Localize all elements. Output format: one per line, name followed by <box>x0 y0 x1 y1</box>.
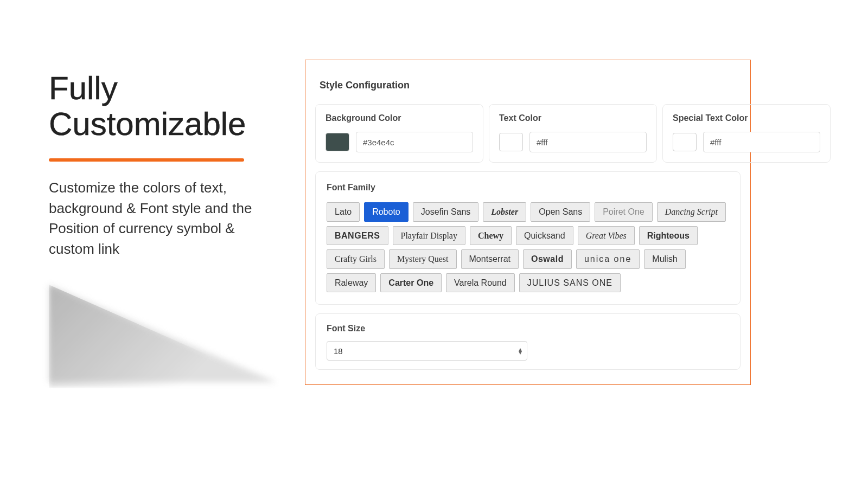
font-option-unica-one[interactable]: unica one <box>576 249 640 269</box>
font-option-mystery-quest[interactable]: Mystery Quest <box>389 249 457 269</box>
font-option-roboto[interactable]: Roboto <box>364 202 409 222</box>
font-family-options: LatoRobotoJosefin SansLobsterOpen SansPo… <box>327 202 729 292</box>
font-option-carter-one[interactable]: Carter One <box>380 273 442 293</box>
color-cards-row: Background Color Text Color Special Text… <box>315 104 741 163</box>
font-option-dancing-script[interactable]: Dancing Script <box>657 202 726 222</box>
background-color-card: Background Color <box>315 104 483 163</box>
font-size-label: Font Size <box>327 324 729 333</box>
font-option-lato[interactable]: Lato <box>327 202 360 222</box>
font-family-card: Font Family LatoRobotoJosefin SansLobste… <box>315 171 741 305</box>
special-text-color-input[interactable] <box>703 132 820 152</box>
font-option-lobster[interactable]: Lobster <box>483 202 526 222</box>
text-color-swatch[interactable] <box>499 133 523 151</box>
description-text: Customize the colors of text, background… <box>49 178 266 260</box>
panel-title: Style Configuration <box>320 80 741 91</box>
special-text-color-card: Special Text Color <box>662 104 831 163</box>
background-color-label: Background Color <box>326 113 473 123</box>
text-color-label: Text Color <box>499 113 647 123</box>
style-config-panel: Style Configuration Background Color Tex… <box>305 60 751 385</box>
font-option-mulish[interactable]: Mulish <box>644 249 685 269</box>
special-text-color-label: Special Text Color <box>673 113 820 123</box>
headline-underline <box>49 158 244 162</box>
font-option-josefin-sans[interactable]: Josefin Sans <box>413 202 479 222</box>
headline: Fully Customizable <box>49 70 266 142</box>
headline-line2: Customizable <box>49 106 246 142</box>
font-option-oswald[interactable]: Oswald <box>523 249 572 269</box>
font-option-poiret-one[interactable]: Poiret One <box>595 202 652 222</box>
font-option-playfair-display[interactable]: Playfair Display <box>393 226 465 246</box>
background-color-input[interactable] <box>356 132 473 152</box>
font-option-crafty-girls[interactable]: Crafty Girls <box>327 249 385 269</box>
font-family-label: Font Family <box>327 183 729 192</box>
font-option-great-vibes[interactable]: Great Vibes <box>578 226 635 246</box>
font-option-righteous[interactable]: Righteous <box>639 226 698 246</box>
font-option-julius-sans-one[interactable]: JULIUS SANS ONE <box>519 273 621 293</box>
text-color-card: Text Color <box>489 104 657 163</box>
font-option-varela-round[interactable]: Varela Round <box>446 273 515 293</box>
headline-line1: Fully <box>49 70 118 106</box>
font-option-montserrat[interactable]: Montserrat <box>461 249 519 269</box>
font-option-bangers[interactable]: BANGERS <box>327 226 388 246</box>
background-color-swatch[interactable] <box>326 133 349 151</box>
font-size-card: Font Size ▴▾ <box>315 313 741 370</box>
font-option-quicksand[interactable]: Quicksand <box>516 226 573 246</box>
text-color-input[interactable] <box>529 132 647 152</box>
font-option-raleway[interactable]: Raleway <box>327 273 376 293</box>
font-size-select[interactable] <box>327 341 527 361</box>
font-option-chewy[interactable]: Chewy <box>470 226 512 246</box>
special-text-color-swatch[interactable] <box>673 133 697 151</box>
font-option-open-sans[interactable]: Open Sans <box>531 202 590 222</box>
